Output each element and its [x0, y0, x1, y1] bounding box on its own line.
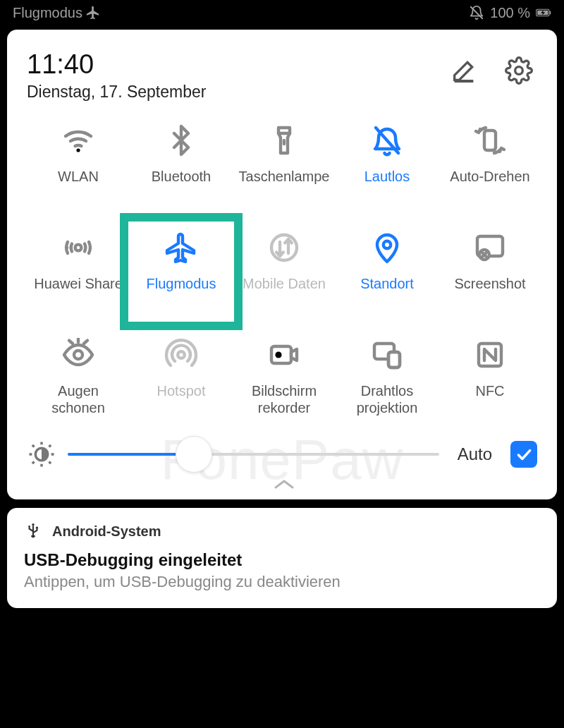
tile-flashlight[interactable]: Taschenlampe [233, 123, 336, 213]
tile-label: Screenshot [454, 275, 525, 292]
tile-label: Lautlos [364, 168, 410, 185]
tile-label: Drahtlos projektion [357, 382, 418, 416]
status-bar: Flugmodus 100 % [0, 0, 564, 25]
tile-label: WLAN [58, 168, 99, 185]
auto-brightness-checkbox[interactable] [510, 441, 537, 468]
tile-label: Hotspot [157, 382, 206, 399]
tile-label: Auto-Drehen [450, 168, 529, 185]
airplane-icon [164, 230, 199, 265]
tile-rotate[interactable]: Auto-Drehen [439, 123, 541, 213]
tile-hotspot[interactable]: Hotspot [130, 337, 233, 427]
nfc-icon [472, 337, 508, 372]
tile-wifi[interactable]: WLAN [27, 123, 130, 213]
notification-app-name: Android-System [52, 523, 161, 540]
auto-brightness-label: Auto [458, 444, 492, 464]
svg-rect-3 [550, 11, 551, 15]
tile-eye[interactable]: Augen schonen [27, 337, 130, 427]
hotspot-icon [164, 337, 199, 372]
svg-line-14 [32, 462, 35, 464]
tile-share[interactable]: Huawei Share [27, 230, 130, 320]
expand-chevron[interactable] [27, 475, 541, 492]
tile-location[interactable]: Standort [336, 230, 439, 320]
panel-header: 11:40 Dienstag, 17. September [27, 49, 541, 102]
tile-cast[interactable]: Drahtlos projektion [336, 337, 439, 427]
battery-icon [536, 5, 551, 20]
edit-icon[interactable] [450, 56, 478, 85]
brightness-row: Auto [27, 437, 541, 471]
notification-body: Antippen, um USB-Debugging zu deaktivier… [24, 573, 540, 591]
share-icon [61, 230, 96, 265]
tile-label: Augen schonen [51, 382, 105, 416]
tile-recorder[interactable]: Bildschirm rekorder [233, 337, 336, 427]
svg-point-16 [32, 523, 34, 526]
svg-point-6 [515, 67, 523, 75]
screenshot-icon [472, 230, 508, 265]
tile-label: Bildschirm rekorder [252, 382, 317, 416]
tile-label: Taschenlampe [239, 168, 330, 185]
wifi-icon [61, 123, 96, 158]
tile-label: NFC [475, 382, 504, 399]
tile-label: Bluetooth [152, 168, 212, 185]
status-mode-label: Flugmodus [13, 5, 82, 21]
cast-icon [369, 337, 405, 372]
brightness-icon [27, 439, 56, 469]
svg-line-15 [49, 445, 51, 447]
settings-gear-icon[interactable] [505, 56, 533, 85]
data-icon [266, 230, 302, 265]
notification-card[interactable]: Android-System USB-Debugging eingeleitet… [7, 508, 557, 608]
clock-time: 11:40 [27, 49, 206, 80]
clock-date: Dienstag, 17. September [27, 83, 206, 102]
check-icon [515, 445, 533, 463]
usb-icon [24, 522, 42, 540]
tile-label: Huawei Share [34, 275, 123, 292]
tile-airplane[interactable]: Flugmodus [130, 230, 233, 320]
svg-rect-19 [36, 527, 38, 529]
tile-data[interactable]: Mobile Daten [233, 230, 336, 320]
mute-icon [469, 5, 484, 20]
quick-settings-panel: FonePaw 11:40 Dienstag, 17. September WL… [7, 30, 557, 499]
chevron-up-icon [270, 475, 298, 492]
battery-percent: 100 % [490, 5, 530, 21]
tile-label: Standort [360, 275, 414, 292]
tile-screenshot[interactable]: Screenshot [439, 230, 541, 320]
notification-title: USB-Debugging eingeleitet [24, 550, 540, 570]
tiles-grid: WLANBluetoothTaschenlampeLautlosAuto-Dre… [27, 123, 541, 427]
svg-line-10 [32, 445, 35, 447]
location-icon [369, 230, 405, 265]
recorder-icon [266, 337, 302, 372]
flashlight-icon [266, 123, 302, 158]
svg-point-18 [28, 526, 30, 528]
bluetooth-icon [164, 123, 199, 158]
tile-bell-off[interactable]: Lautlos [336, 123, 439, 213]
eye-icon [61, 337, 96, 372]
airplane-icon [85, 5, 101, 20]
tile-bluetooth[interactable]: Bluetooth [130, 123, 233, 213]
tile-label: Mobile Daten [243, 275, 326, 292]
brightness-slider[interactable] [68, 437, 439, 471]
rotate-icon [472, 123, 508, 158]
tile-nfc[interactable]: NFC [439, 337, 541, 427]
bell-off-icon [369, 123, 405, 158]
tile-label: Flugmodus [147, 275, 216, 292]
svg-line-11 [49, 462, 51, 464]
